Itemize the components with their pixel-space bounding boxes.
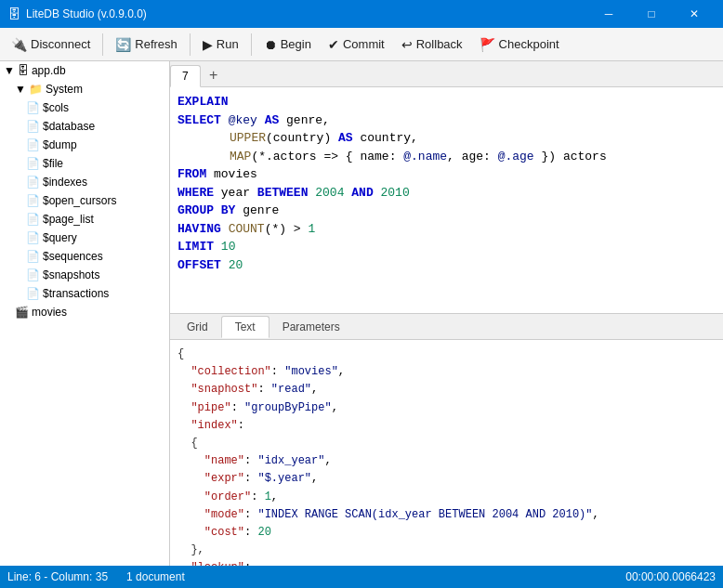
table-icon: 📄 [26,231,40,244]
content-area: 7 + EXPLAIN SELECT @key AS genre, UPPER(… [170,61,723,566]
sidebar-item-ssnapshots[interactable]: 📄 $snapshots [0,266,169,284]
table-icon: 📄 [26,268,40,281]
sidebar-item-sdatabase[interactable]: 📄 $database [0,117,169,136]
result-tabs: Grid Text Parameters [170,314,723,340]
result-line-5: "index": [177,417,716,435]
result-line-9: "order": 1, [177,489,716,506]
table-icon: 📄 [26,101,40,114]
sfile-label: $file [43,157,63,170]
run-label: Run [217,37,239,51]
sidebar-item-sindexes[interactable]: 📄 $indexes [0,173,169,191]
commit-label: Commit [343,37,385,51]
expand-icon: ▼ [4,64,15,77]
sidebar-item-scols[interactable]: 📄 $cols [0,98,169,117]
tab-parameters-label: Parameters [283,320,340,333]
sidebar-item-stransactions[interactable]: 📄 $transactions [0,284,169,303]
ssequences-label: $sequences [43,250,103,263]
tab-text[interactable]: Text [221,316,269,338]
rollback-button[interactable]: ↩ Rollback [394,33,470,56]
sidebar-item-system[interactable]: ▼ 📁 System [0,80,169,98]
sidebar-item-ssequences[interactable]: 📄 $sequences [0,247,169,266]
rollback-icon: ↩ [401,37,413,52]
system-label: System [46,83,83,96]
collection-icon: 🎬 [15,306,29,319]
sql-editor[interactable]: EXPLAIN SELECT @key AS genre, UPPER(coun… [170,87,723,314]
minimize-button[interactable]: ─ [587,0,630,28]
sql-line-6: WHERE year BETWEEN 2004 AND 2010 [177,184,716,203]
table-icon: 📄 [26,287,40,300]
result-line-1: { [177,346,716,363]
cursor-position: Line: 6 - Column: 35 [7,570,108,583]
checkpoint-label: Checkpoint [499,37,559,51]
table-icon: 📄 [26,250,40,263]
tab-grid-label: Grid [187,320,208,333]
sql-line-10: OFFSET 20 [177,256,716,275]
document-count: 1 document [126,570,185,583]
sdump-label: $dump [43,138,77,151]
sidebar-item-sopen-cursors[interactable]: 📄 $open_cursors [0,191,169,210]
begin-icon: ⏺ [264,37,277,52]
commit-button[interactable]: ✔ Commit [321,33,392,56]
result-line-12: }, [177,542,716,559]
refresh-label: Refresh [135,37,177,51]
sql-line-5: FROM movies [177,165,716,184]
result-line-8: "expr": "$.year", [177,470,716,488]
sidebar-item-sfile[interactable]: 📄 $file [0,154,169,173]
sidebar-item-root[interactable]: ▼ 🗄 app.db [0,61,169,80]
sidebar-item-sdump[interactable]: 📄 $dump [0,136,169,154]
sql-line-3: UPPER(country) AS country, [177,129,716,148]
maximize-button[interactable]: □ [630,0,673,28]
result-line-11: "cost": 20 [177,524,716,542]
begin-button[interactable]: ⏺ Begin [256,33,319,56]
sql-line-9: LIMIT 10 [177,238,716,256]
sidebar: ▼ 🗄 app.db ▼ 📁 System 📄 $cols 📄 $databas… [0,61,170,566]
sopen-cursors-label: $open_cursors [43,194,116,207]
refresh-icon: 🔄 [115,37,131,52]
refresh-button[interactable]: 🔄 Refresh [108,33,185,56]
tab-parameters[interactable]: Parameters [269,317,353,337]
spage-list-label: $page_list [43,213,94,226]
run-button[interactable]: ▶ Run [195,33,246,56]
toolbar-separator-3 [251,33,252,56]
checkpoint-icon: 🚩 [480,37,495,52]
disconnect-button[interactable]: 🔌 Disconnect [4,33,98,56]
result-line-6: { [177,435,716,452]
result-content[interactable]: { "collection": "movies", "snaphost": "r… [170,340,723,566]
sindexes-label: $indexes [43,176,87,189]
main-area: ▼ 🗄 app.db ▼ 📁 System 📄 $cols 📄 $databas… [0,61,723,566]
checkpoint-button[interactable]: 🚩 Checkpoint [472,33,567,56]
tab-grid[interactable]: Grid [174,317,221,337]
sdatabase-label: $database [43,120,95,133]
sql-line-4: MAP(*.actors => { name: @.name, age: @.a… [177,148,716,166]
new-tab-button[interactable]: + [203,64,225,86]
sidebar-item-spage-list[interactable]: 📄 $page_list [0,210,169,229]
toolbar-separator-2 [190,33,191,56]
query-tab-label: 7 [182,70,189,83]
toolbar: 🔌 Disconnect 🔄 Refresh ▶ Run ⏺ Begin ✔ C… [0,28,723,61]
sql-line-2: SELECT @key AS genre, [177,111,716,130]
begin-label: Begin [281,37,311,51]
toolbar-separator-1 [102,33,103,56]
window-title: LiteDB Studio (v.0.9.0.0) [26,7,587,20]
query-tab-7[interactable]: 7 [170,65,201,87]
scols-label: $cols [43,101,69,114]
sidebar-item-movies[interactable]: 🎬 movies [0,303,169,321]
sql-line-1: EXPLAIN [177,93,716,111]
tab-text-label: Text [235,320,256,333]
table-icon: 📄 [26,120,40,133]
table-icon: 📄 [26,194,40,207]
result-line-2: "collection": "movies", [177,363,716,381]
expand-icon: ▼ [15,83,26,96]
rollback-label: Rollback [416,37,463,51]
close-button[interactable]: ✕ [673,0,716,28]
window-controls: ─ □ ✕ [587,0,716,28]
titlebar: 🗄 LiteDB Studio (v.0.9.0.0) ─ □ ✕ [0,0,723,28]
sql-line-7: GROUP BY genre [177,202,716,220]
root-label: app.db [32,64,66,77]
table-icon: 📄 [26,176,40,189]
commit-icon: ✔ [328,37,339,52]
table-icon: 📄 [26,213,40,226]
squery-label: $query [43,231,77,244]
sidebar-item-squery[interactable]: 📄 $query [0,229,169,247]
result-line-7: "name": "idx_year", [177,452,716,470]
